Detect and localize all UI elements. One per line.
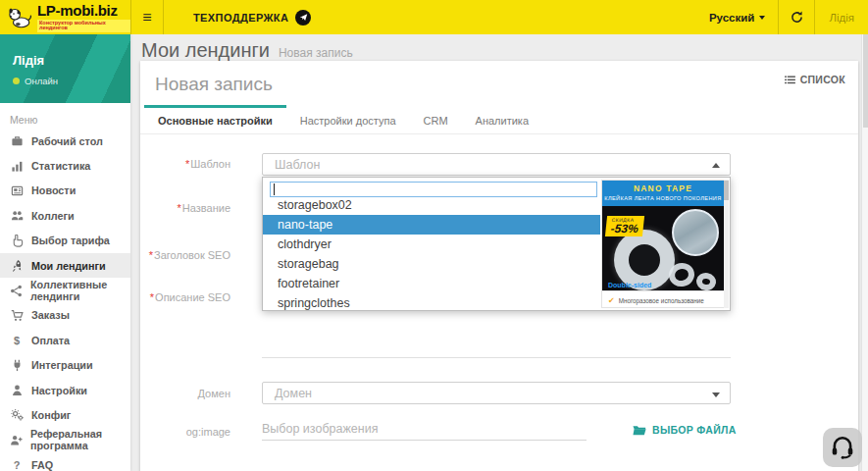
colleagues-icon — [10, 209, 24, 222]
gears-icon — [10, 408, 24, 421]
domain-label: Домен — [140, 388, 230, 399]
option-storagebag[interactable]: storagebag — [263, 254, 600, 274]
sidebar-item-my-landings[interactable]: Мои лендинги — [0, 253, 130, 278]
seo-title-label-text: Заголовок SEO — [154, 249, 230, 261]
question-icon: ? — [10, 459, 24, 471]
brand-logo[interactable]: LP-mobi.biz Конструктор мобильных лендин… — [0, 0, 130, 34]
sidebar-item-statistics[interactable]: Статистика — [0, 153, 130, 178]
required-asterisk: * — [185, 158, 189, 170]
menu-section-label: Меню — [0, 103, 130, 129]
sidebar-item-settings[interactable]: Настройки — [0, 378, 130, 402]
dropdown-scrollbar[interactable] — [724, 180, 729, 308]
sidebar-item-label: Выбор тарифа — [31, 235, 110, 246]
og-image-label: og:image — [140, 426, 230, 438]
dropdown-scrollbar-thumb[interactable] — [724, 181, 729, 200]
option-nano-tape[interactable]: nano-tape — [263, 215, 600, 235]
payment-dollar-icon: $ — [10, 335, 24, 346]
brand-name: LP-mobi.biz — [37, 3, 130, 18]
template-dropdown-panel: storagebox02 nano-tape clothdryer storag… — [262, 177, 731, 311]
header-user-menu[interactable]: Лідія — [815, 0, 868, 34]
option-footretainer[interactable]: footretainer — [263, 274, 600, 293]
og-image-input[interactable]: Выбор изображения — [262, 417, 587, 441]
sidebar-item-payment[interactable]: $ Оплата — [0, 328, 130, 352]
required-asterisk: * — [178, 202, 181, 214]
page-scrollbar[interactable] — [861, 34, 868, 471]
og-image-placeholder: Выбор изображения — [262, 422, 378, 436]
sidebar-item-label: Интеграции — [31, 359, 93, 371]
sidebar-item-colleagues[interactable]: Коллеги — [0, 203, 130, 228]
seo-description-label: *Описание SEO — [140, 291, 230, 303]
preview-inset-photo — [672, 209, 719, 256]
tab-analytics[interactable]: Аналитика — [462, 105, 542, 133]
seo-title-label: *Заголовок SEO — [140, 249, 230, 261]
dog-logo-icon — [7, 5, 32, 30]
sidebar-item-faq[interactable]: ? FAQ — [0, 452, 130, 471]
language-label: Русский — [709, 12, 754, 24]
stats-icon — [10, 160, 24, 173]
tab-crm[interactable]: CRM — [410, 105, 462, 133]
sidebar-item-referral[interactable]: Реферальная программа — [0, 428, 130, 452]
refresh-icon — [791, 11, 803, 24]
user-icon — [10, 384, 24, 396]
choose-file-label: ВЫБОР ФАЙЛА — [652, 424, 737, 436]
option-springclothes[interactable]: springclothes — [263, 293, 600, 313]
cart-icon — [10, 309, 24, 322]
share-icon — [10, 285, 23, 297]
preview-title: NANO TAPE — [602, 183, 724, 193]
check-icon: ✔ — [608, 296, 615, 305]
tape-ring-image — [695, 271, 718, 290]
sidebar-item-news[interactable]: Новости — [0, 179, 130, 203]
tab-main-settings[interactable]: Основные настройки — [144, 105, 286, 133]
template-label: *Шаблон — [140, 158, 230, 170]
card-title: Новая запись — [155, 74, 273, 95]
name-label-text: Название — [182, 202, 230, 214]
sidebar-item-label: Реферальная программа — [30, 428, 121, 451]
preview-feature-text: Многоразовое использование — [619, 297, 704, 304]
page-header: Мои лендинги Новая запись — [141, 39, 353, 62]
language-selector[interactable]: Русский — [696, 0, 778, 34]
profile-status: Онлайн — [13, 76, 118, 86]
support-chat-widget[interactable] — [823, 428, 862, 467]
chevron-up-icon — [712, 163, 720, 168]
sidebar-item-config[interactable]: Конфиг — [0, 402, 130, 427]
template-select-placeholder: Шаблон — [275, 158, 320, 172]
sidebar-item-label: Коллеги — [31, 210, 75, 222]
list-button-label: СПИСОК — [800, 74, 845, 85]
preview-caption: Double-sided — [608, 282, 651, 288]
option-clothdryer[interactable]: clothdryer — [263, 235, 600, 254]
name-label: *Название — [140, 202, 230, 214]
record-card: Новая запись СПИСОК Основные настройки Н… — [140, 61, 858, 471]
option-storagebox02[interactable]: storagebox02 — [263, 195, 600, 215]
tariff-hand-icon — [10, 235, 24, 247]
domain-select[interactable]: Домен — [262, 382, 731, 404]
tech-support-button[interactable]: ТЕХПОДДЕРЖКА — [178, 0, 327, 34]
discount-badge-value: -53% — [610, 223, 638, 235]
sidebar-profile: Лідія Онлайн — [0, 34, 130, 103]
sidebar-item-collective-landings[interactable]: Коллективные лендинги — [0, 278, 130, 302]
tab-access-settings[interactable]: Настройки доступа — [286, 105, 410, 133]
list-button[interactable]: СПИСОК — [785, 74, 845, 85]
header-divider — [163, 0, 164, 34]
seo-description-input[interactable] — [262, 357, 731, 358]
sidebar-menu: Рабочий стол Статистика Новости Коллеги … — [0, 129, 130, 471]
required-asterisk: * — [150, 291, 154, 303]
tab-bar: Основные настройки Настройки доступа CRM… — [140, 105, 858, 134]
page-title: Мои лендинги — [141, 39, 270, 62]
profile-name: Лідія — [13, 53, 118, 68]
sidebar-item-tariff[interactable]: Выбор тарифа — [0, 229, 130, 253]
choose-file-button[interactable]: ВЫБОР ФАЙЛА — [633, 424, 737, 436]
template-label-text: Шаблон — [190, 158, 230, 170]
sidebar-item-integrations[interactable]: Интеграции — [0, 353, 130, 378]
refresh-button[interactable] — [779, 0, 814, 34]
sidebar-item-orders[interactable]: Заказы — [0, 303, 130, 328]
sidebar-toggle-button[interactable]: ≡ — [131, 0, 163, 34]
sidebar-item-desktop[interactable]: Рабочий стол — [0, 129, 130, 153]
brand-tagline: Конструктор мобильных лендингов — [37, 20, 130, 32]
required-asterisk: * — [149, 249, 153, 261]
app-root: LP-mobi.biz Конструктор мобильных лендин… — [0, 0, 868, 471]
landings-rocket-icon — [10, 259, 24, 272]
template-select[interactable]: Шаблон — [262, 153, 731, 176]
page-scrollbar-thumb[interactable] — [863, 34, 868, 128]
domain-label-text: Домен — [198, 388, 230, 399]
online-status-dot — [13, 78, 20, 84]
